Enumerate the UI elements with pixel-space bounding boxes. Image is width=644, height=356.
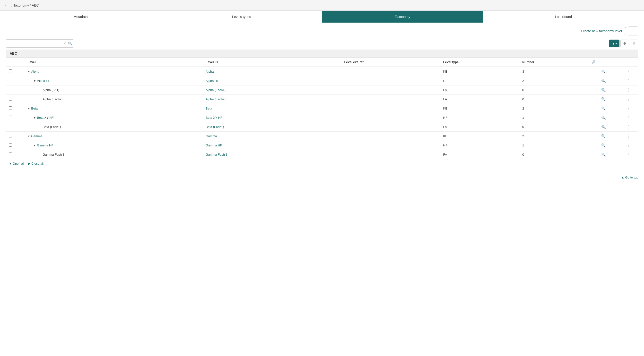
- level-name[interactable]: Alpha HF: [37, 79, 50, 82]
- zoom-icon[interactable]: 🔍: [601, 79, 606, 83]
- tab-taxonomy[interactable]: Taxonomy: [322, 11, 483, 22]
- level-number: 0: [519, 85, 588, 95]
- level-type: FA: [440, 150, 520, 159]
- search-icon[interactable]: 🔍: [68, 41, 72, 45]
- level-id[interactable]: Beta: [206, 107, 212, 110]
- level-ext-ref: [341, 122, 440, 132]
- level-name[interactable]: Beta: [31, 107, 38, 110]
- go-to-top-row[interactable]: ▲ Go to top: [0, 172, 644, 183]
- row-actions-button[interactable]: ⋮: [626, 106, 630, 111]
- row-actions-button[interactable]: ⋮: [626, 88, 630, 92]
- level-id[interactable]: Alpha (Fach2): [206, 97, 226, 101]
- open-all-link[interactable]: ▼ Open all: [9, 162, 24, 165]
- expand-icon[interactable]: ▼: [33, 144, 36, 147]
- level-type: FA: [440, 122, 520, 132]
- col-header-level: Level: [24, 57, 203, 67]
- col-header-zoom: 🔎: [588, 57, 618, 67]
- expand-icon[interactable]: ▼: [28, 70, 30, 73]
- level-id[interactable]: Gamma Fach 3: [206, 153, 228, 156]
- back-button[interactable]: ‹: [4, 3, 8, 8]
- expand-icon[interactable]: ▼: [28, 107, 30, 110]
- row-actions-button[interactable]: ⋮: [626, 134, 630, 138]
- level-id[interactable]: Gamma: [206, 134, 217, 138]
- gear-icon: ⚙: [623, 41, 626, 45]
- open-all-label: Open all: [13, 162, 24, 165]
- level-id[interactable]: Beta (Fach1): [206, 125, 224, 129]
- table-row: Alpha (Fach2)Alpha (Fach2)FA0🔍⋮: [6, 95, 638, 104]
- level-name: Alpha (FA1): [42, 88, 59, 92]
- filter-dropdown-icon: ▾: [616, 42, 617, 45]
- level-id[interactable]: Alpha HF: [206, 79, 219, 82]
- level-name[interactable]: Gamma: [31, 134, 42, 138]
- settings-button[interactable]: ⚙: [620, 39, 629, 47]
- tab-levels-types[interactable]: Levels types: [161, 11, 322, 22]
- zoom-icon[interactable]: 🔍: [601, 152, 606, 157]
- clear-search-icon[interactable]: ✕: [64, 41, 66, 45]
- row-checkbox[interactable]: [9, 152, 12, 156]
- breadcrumb-sep-1: /: [12, 3, 12, 7]
- breadcrumb-taxonomy-link[interactable]: Taxonomy: [13, 3, 29, 7]
- row-actions-button[interactable]: ⋮: [626, 97, 630, 101]
- tab-metadata[interactable]: Metadata: [0, 11, 161, 22]
- expand-icon[interactable]: ▼: [33, 79, 36, 82]
- filter-button[interactable]: ▼ ▾: [609, 39, 620, 47]
- row-actions-button[interactable]: ⋮: [626, 125, 630, 129]
- level-ext-ref: [341, 141, 440, 150]
- row-checkbox[interactable]: [9, 116, 12, 119]
- table-row: ▼AlphaAlphaKB3🔍⋮: [6, 67, 638, 76]
- zoom-col-icon: 🔎: [592, 60, 596, 64]
- row-actions-button[interactable]: ⋮: [626, 69, 630, 74]
- row-checkbox[interactable]: [9, 125, 12, 128]
- level-name: Gamma Fach 3: [42, 153, 64, 156]
- expand-icon[interactable]: ▼: [28, 135, 30, 138]
- zoom-icon[interactable]: 🔍: [601, 97, 606, 101]
- level-type: KB: [440, 104, 520, 113]
- level-ext-ref: [341, 150, 440, 159]
- level-name[interactable]: Gamma HF: [37, 143, 53, 147]
- level-name[interactable]: Beta XY HF: [37, 116, 54, 119]
- close-all-label: Close all: [31, 162, 44, 165]
- col-header-level-type: Level type: [440, 57, 520, 67]
- create-taxonomy-level-button[interactable]: Create new taxonomy level: [577, 27, 626, 35]
- zoom-icon[interactable]: 🔍: [601, 88, 606, 92]
- expand-icon[interactable]: ▼: [33, 116, 36, 119]
- zoom-icon[interactable]: 🔍: [601, 106, 606, 110]
- zoom-icon[interactable]: 🔍: [601, 143, 606, 147]
- row-checkbox[interactable]: [9, 134, 12, 137]
- select-all-checkbox[interactable]: [9, 60, 12, 63]
- row-checkbox[interactable]: [9, 143, 12, 147]
- row-checkbox[interactable]: [9, 69, 12, 73]
- row-checkbox[interactable]: [9, 97, 12, 100]
- row-actions-button[interactable]: ⋮: [626, 115, 630, 120]
- level-ext-ref: [341, 95, 440, 104]
- breadcrumb-bar: ‹ / Taxonomy / ABC: [0, 0, 644, 11]
- col-header-actions: ⋮: [618, 57, 638, 67]
- level-type: KB: [440, 67, 520, 76]
- download-icon: ⬇: [632, 41, 636, 45]
- open-close-row: ▼ Open all ▶ Close all: [6, 159, 638, 168]
- zoom-icon[interactable]: 🔍: [601, 116, 606, 120]
- row-actions-button[interactable]: ⋮: [626, 143, 630, 148]
- zoom-icon[interactable]: 🔍: [601, 125, 606, 129]
- close-all-link[interactable]: ▶ Close all: [28, 162, 44, 165]
- zoom-icon[interactable]: 🔍: [601, 69, 606, 74]
- row-checkbox[interactable]: [9, 106, 12, 110]
- more-options-button[interactable]: ⋮: [628, 26, 638, 35]
- tab-lost-found[interactable]: Lost+found: [483, 11, 644, 22]
- row-checkbox[interactable]: [9, 88, 12, 91]
- level-id[interactable]: Beta XY HF: [206, 116, 222, 119]
- zoom-icon[interactable]: 🔍: [601, 134, 606, 138]
- level-type: FA: [440, 95, 520, 104]
- row-actions-button[interactable]: ⋮: [626, 78, 630, 83]
- row-checkbox[interactable]: [9, 79, 12, 82]
- level-name[interactable]: Alpha: [31, 70, 39, 73]
- level-number: 0: [519, 95, 588, 104]
- level-id[interactable]: Alpha: [206, 70, 214, 73]
- download-button[interactable]: ⬇: [630, 39, 638, 47]
- level-name: Alpha (Fach2): [42, 97, 62, 101]
- level-id[interactable]: Gamma HF: [206, 143, 222, 147]
- level-ext-ref: [341, 113, 440, 122]
- level-id[interactable]: Alpha (Fach1): [206, 88, 226, 92]
- level-number: 3: [519, 67, 588, 76]
- row-actions-button[interactable]: ⋮: [626, 152, 630, 157]
